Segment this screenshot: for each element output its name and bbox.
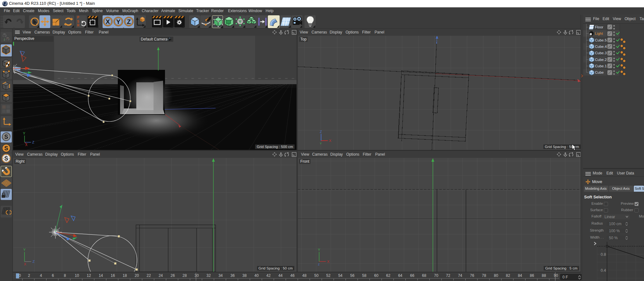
svg-text:36: 36	[231, 273, 235, 278]
svg-text:Floor: Floor	[595, 25, 603, 29]
svg-text:6: 6	[52, 273, 54, 278]
svg-text:62: 62	[386, 273, 390, 278]
svg-text:Z: Z	[320, 130, 322, 134]
svg-text:70: 70	[434, 273, 439, 278]
svg-text:0.8: 0.8	[601, 252, 606, 257]
svg-text:34: 34	[218, 273, 223, 278]
svg-text:88: 88	[542, 273, 546, 278]
svg-text:14: 14	[99, 273, 103, 278]
svg-text:40: 40	[254, 273, 259, 278]
svg-text:Light: Light	[595, 32, 603, 35]
svg-text:86: 86	[530, 273, 534, 278]
svg-text:82: 82	[506, 273, 510, 278]
svg-text:Cube.2: Cube.2	[595, 58, 607, 62]
svg-text:0.4: 0.4	[601, 268, 606, 273]
svg-text:Y: Y	[23, 131, 25, 135]
svg-text:Cube.4: Cube.4	[595, 45, 607, 48]
svg-text:52: 52	[326, 273, 331, 278]
svg-text:24: 24	[159, 273, 163, 278]
svg-text:60: 60	[374, 273, 379, 278]
svg-text:Y: Y	[23, 248, 26, 252]
svg-text:28: 28	[182, 273, 187, 278]
svg-text:S: S	[4, 145, 8, 152]
svg-text:44: 44	[278, 273, 283, 278]
svg-text:S: S	[4, 134, 8, 140]
svg-text:Cube.5: Cube.5	[595, 38, 607, 42]
svg-text:80: 80	[494, 273, 498, 278]
svg-text:10: 10	[75, 273, 79, 278]
svg-text:32: 32	[206, 273, 211, 278]
svg-text:76: 76	[470, 273, 475, 278]
svg-text:84: 84	[518, 273, 522, 278]
svg-text:Z: Z	[127, 18, 131, 25]
svg-text:68: 68	[422, 273, 426, 278]
svg-text:Cube.1: Cube.1	[595, 64, 607, 68]
svg-text:2: 2	[28, 273, 30, 278]
svg-text:Z: Z	[32, 260, 35, 263]
svg-text:18: 18	[123, 273, 127, 278]
svg-text:50: 50	[314, 273, 319, 278]
svg-text:26: 26	[171, 273, 175, 278]
svg-text:8: 8	[64, 273, 66, 278]
svg-text:X: X	[24, 262, 26, 266]
svg-text:46: 46	[290, 273, 295, 278]
svg-text:90: 90	[554, 273, 558, 278]
svg-text:74: 74	[458, 273, 462, 278]
svg-text:48: 48	[302, 273, 307, 278]
svg-text:16: 16	[111, 273, 115, 278]
svg-text:Cube: Cube	[595, 70, 604, 74]
svg-text:S: S	[4, 155, 8, 162]
svg-text:30: 30	[195, 273, 199, 278]
svg-text:72: 72	[446, 273, 450, 278]
svg-text:20: 20	[135, 273, 139, 278]
svg-text:X: X	[329, 139, 332, 143]
svg-text:Y: Y	[320, 142, 322, 145]
svg-text:38: 38	[242, 273, 247, 278]
svg-text:X: X	[106, 18, 110, 25]
svg-text:0: 0	[19, 273, 21, 278]
svg-text:56: 56	[350, 273, 355, 278]
svg-text:Z: Z	[32, 140, 34, 144]
svg-text:X: X	[327, 260, 330, 263]
svg-text:4: 4	[40, 273, 42, 278]
svg-text:22: 22	[147, 273, 151, 278]
svg-text:Cube.3: Cube.3	[595, 51, 607, 55]
svg-text:Y: Y	[318, 248, 320, 252]
svg-text:Z: Z	[318, 263, 320, 266]
svg-text:64: 64	[398, 273, 403, 278]
svg-text:66: 66	[410, 273, 415, 278]
svg-text:12: 12	[87, 273, 91, 278]
svg-text:78: 78	[482, 273, 486, 278]
svg-text:Y: Y	[116, 18, 121, 25]
svg-text:54: 54	[338, 273, 343, 278]
svg-text:42: 42	[266, 273, 271, 278]
svg-text:58: 58	[362, 273, 367, 278]
